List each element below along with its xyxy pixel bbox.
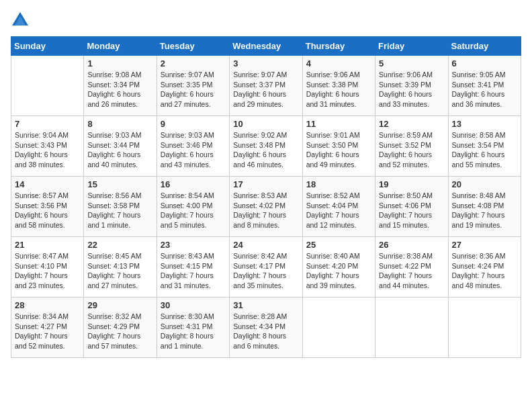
day-number: 5 xyxy=(379,58,444,68)
calendar-cell: 4Sunrise: 9:06 AMSunset: 3:38 PMDaylight… xyxy=(302,56,375,116)
weekday-header-sunday: Sunday xyxy=(11,37,84,56)
day-info: Sunrise: 8:54 AMSunset: 4:00 PMDaylight:… xyxy=(161,191,226,230)
day-number: 16 xyxy=(161,179,226,189)
day-info: Sunrise: 8:34 AMSunset: 4:27 PMDaylight:… xyxy=(15,312,80,351)
day-info: Sunrise: 9:05 AMSunset: 3:41 PMDaylight:… xyxy=(452,70,517,109)
calendar-cell: 26Sunrise: 8:38 AMSunset: 4:22 PMDayligh… xyxy=(375,237,448,298)
calendar-cell: 11Sunrise: 9:01 AMSunset: 3:50 PMDayligh… xyxy=(302,116,375,177)
day-number: 25 xyxy=(306,240,371,250)
day-number: 8 xyxy=(87,119,152,129)
day-info: Sunrise: 8:48 AMSunset: 4:08 PMDaylight:… xyxy=(452,191,517,230)
day-info: Sunrise: 8:57 AMSunset: 3:56 PMDaylight:… xyxy=(15,191,80,230)
calendar-cell: 2Sunrise: 9:07 AMSunset: 3:35 PMDaylight… xyxy=(157,56,229,116)
calendar-cell: 23Sunrise: 8:43 AMSunset: 4:15 PMDayligh… xyxy=(157,237,229,298)
weekday-header-wednesday: Wednesday xyxy=(230,37,302,56)
day-number: 18 xyxy=(306,179,371,189)
day-info: Sunrise: 8:32 AMSunset: 4:29 PMDaylight:… xyxy=(87,312,152,351)
calendar-cell xyxy=(11,56,84,116)
day-number: 14 xyxy=(15,179,80,189)
day-number: 15 xyxy=(87,179,152,189)
weekday-header-row: SundayMondayTuesdayWednesdayThursdayFrid… xyxy=(11,37,521,56)
day-number: 29 xyxy=(87,300,152,310)
calendar-cell: 29Sunrise: 8:32 AMSunset: 4:29 PMDayligh… xyxy=(84,298,157,358)
day-number: 9 xyxy=(161,119,226,129)
calendar-cell: 15Sunrise: 8:56 AMSunset: 3:58 PMDayligh… xyxy=(84,177,157,237)
day-info: Sunrise: 8:47 AMSunset: 4:10 PMDaylight:… xyxy=(15,251,80,291)
day-number: 24 xyxy=(233,240,298,250)
page-header xyxy=(11,11,521,30)
weekday-header-tuesday: Tuesday xyxy=(157,37,229,56)
day-number: 3 xyxy=(233,58,298,68)
day-number: 23 xyxy=(161,240,226,250)
day-number: 19 xyxy=(379,179,444,189)
day-info: Sunrise: 9:07 AMSunset: 3:35 PMDaylight:… xyxy=(161,70,226,109)
calendar-week-row: 21Sunrise: 8:47 AMSunset: 4:10 PMDayligh… xyxy=(11,237,521,298)
calendar-cell xyxy=(375,298,448,358)
calendar-cell: 31Sunrise: 8:28 AMSunset: 4:34 PMDayligh… xyxy=(230,298,302,358)
day-info: Sunrise: 8:30 AMSunset: 4:31 PMDaylight:… xyxy=(161,312,226,351)
day-info: Sunrise: 8:56 AMSunset: 3:58 PMDaylight:… xyxy=(87,191,152,230)
day-number: 4 xyxy=(306,58,371,68)
day-info: Sunrise: 8:42 AMSunset: 4:17 PMDaylight:… xyxy=(233,251,298,291)
calendar-cell: 17Sunrise: 8:53 AMSunset: 4:02 PMDayligh… xyxy=(230,177,302,237)
weekday-header-saturday: Saturday xyxy=(448,37,521,56)
day-number: 10 xyxy=(233,119,298,129)
day-info: Sunrise: 8:28 AMSunset: 4:34 PMDaylight:… xyxy=(233,312,298,351)
day-info: Sunrise: 9:06 AMSunset: 3:39 PMDaylight:… xyxy=(379,70,444,109)
calendar-cell: 28Sunrise: 8:34 AMSunset: 4:27 PMDayligh… xyxy=(11,298,84,358)
calendar-cell: 16Sunrise: 8:54 AMSunset: 4:00 PMDayligh… xyxy=(157,177,229,237)
day-number: 6 xyxy=(452,58,517,68)
day-number: 17 xyxy=(233,179,298,189)
day-info: Sunrise: 8:52 AMSunset: 4:04 PMDaylight:… xyxy=(306,191,371,230)
calendar-cell: 27Sunrise: 8:36 AMSunset: 4:24 PMDayligh… xyxy=(448,237,521,298)
day-info: Sunrise: 9:01 AMSunset: 3:50 PMDaylight:… xyxy=(306,130,371,170)
day-number: 11 xyxy=(306,119,371,129)
calendar-cell: 7Sunrise: 9:04 AMSunset: 3:43 PMDaylight… xyxy=(11,116,84,177)
calendar-cell: 21Sunrise: 8:47 AMSunset: 4:10 PMDayligh… xyxy=(11,237,84,298)
day-number: 20 xyxy=(452,179,517,189)
day-info: Sunrise: 9:07 AMSunset: 3:37 PMDaylight:… xyxy=(233,70,298,109)
day-info: Sunrise: 8:53 AMSunset: 4:02 PMDaylight:… xyxy=(233,191,298,230)
day-number: 12 xyxy=(379,119,444,129)
calendar-week-row: 1Sunrise: 9:08 AMSunset: 3:34 PMDaylight… xyxy=(11,56,521,116)
calendar-cell: 12Sunrise: 8:59 AMSunset: 3:52 PMDayligh… xyxy=(375,116,448,177)
day-info: Sunrise: 9:08 AMSunset: 3:34 PMDaylight:… xyxy=(87,70,152,109)
day-number: 22 xyxy=(87,240,152,250)
day-number: 21 xyxy=(15,240,80,250)
calendar-cell: 25Sunrise: 8:40 AMSunset: 4:20 PMDayligh… xyxy=(302,237,375,298)
calendar-cell xyxy=(448,298,521,358)
calendar-cell: 24Sunrise: 8:42 AMSunset: 4:17 PMDayligh… xyxy=(230,237,302,298)
calendar-cell: 6Sunrise: 9:05 AMSunset: 3:41 PMDaylight… xyxy=(448,56,521,116)
calendar-cell: 18Sunrise: 8:52 AMSunset: 4:04 PMDayligh… xyxy=(302,177,375,237)
weekday-header-thursday: Thursday xyxy=(302,37,375,56)
day-number: 2 xyxy=(161,58,226,68)
weekday-header-monday: Monday xyxy=(84,37,157,56)
day-number: 28 xyxy=(15,300,80,310)
calendar-cell: 5Sunrise: 9:06 AMSunset: 3:39 PMDaylight… xyxy=(375,56,448,116)
day-number: 7 xyxy=(15,119,80,129)
calendar-cell xyxy=(302,298,375,358)
day-info: Sunrise: 9:03 AMSunset: 3:44 PMDaylight:… xyxy=(87,130,152,170)
day-info: Sunrise: 8:59 AMSunset: 3:52 PMDaylight:… xyxy=(379,130,444,170)
calendar-cell: 10Sunrise: 9:02 AMSunset: 3:48 PMDayligh… xyxy=(230,116,302,177)
day-number: 30 xyxy=(161,300,226,310)
calendar-cell: 3Sunrise: 9:07 AMSunset: 3:37 PMDaylight… xyxy=(230,56,302,116)
day-number: 26 xyxy=(379,240,444,250)
day-info: Sunrise: 8:43 AMSunset: 4:15 PMDaylight:… xyxy=(161,251,226,291)
calendar-cell: 13Sunrise: 8:58 AMSunset: 3:54 PMDayligh… xyxy=(448,116,521,177)
weekday-header-friday: Friday xyxy=(375,37,448,56)
calendar-cell: 1Sunrise: 9:08 AMSunset: 3:34 PMDaylight… xyxy=(84,56,157,116)
calendar-week-row: 14Sunrise: 8:57 AMSunset: 3:56 PMDayligh… xyxy=(11,177,521,237)
day-number: 27 xyxy=(452,240,517,250)
calendar-week-row: 7Sunrise: 9:04 AMSunset: 3:43 PMDaylight… xyxy=(11,116,521,177)
day-number: 31 xyxy=(233,300,298,310)
day-info: Sunrise: 8:50 AMSunset: 4:06 PMDaylight:… xyxy=(379,191,444,230)
day-info: Sunrise: 8:58 AMSunset: 3:54 PMDaylight:… xyxy=(452,130,517,170)
calendar-cell: 19Sunrise: 8:50 AMSunset: 4:06 PMDayligh… xyxy=(375,177,448,237)
day-info: Sunrise: 8:38 AMSunset: 4:22 PMDaylight:… xyxy=(379,251,444,291)
logo xyxy=(11,11,32,30)
day-info: Sunrise: 9:03 AMSunset: 3:46 PMDaylight:… xyxy=(161,130,226,170)
day-info: Sunrise: 9:02 AMSunset: 3:48 PMDaylight:… xyxy=(233,130,298,170)
day-info: Sunrise: 8:36 AMSunset: 4:24 PMDaylight:… xyxy=(452,251,517,291)
day-info: Sunrise: 9:06 AMSunset: 3:38 PMDaylight:… xyxy=(306,70,371,109)
